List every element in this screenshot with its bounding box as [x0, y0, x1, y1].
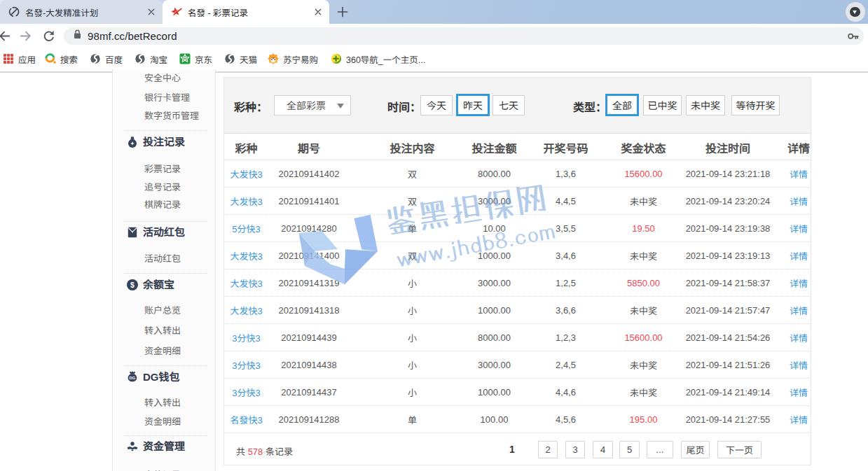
- sidebar-section-12[interactable]: 余额宝: [143, 277, 174, 293]
- detail-link[interactable]: 详情: [790, 331, 808, 344]
- lottery-select[interactable]: 全部彩票: [274, 95, 351, 115]
- type-filter-0[interactable]: 全部: [605, 94, 639, 116]
- key-icon[interactable]: [847, 30, 860, 45]
- detail-link[interactable]: 详情: [790, 222, 808, 235]
- bookmark-4[interactable]: 京东: [179, 50, 212, 68]
- sidebar-item-15[interactable]: 资金明细: [144, 344, 181, 358]
- sidebar-section-9[interactable]: 活动红包: [143, 225, 185, 240]
- globe-icon: [224, 53, 235, 64]
- table-row-2: 5分快320210914280单10.003,5,519.502021-09-1…: [224, 215, 811, 242]
- cell-7-6: 2021-09-14 21:51:26: [686, 360, 771, 370]
- svg-text:DG: DG: [130, 376, 136, 380]
- bookmark-2[interactable]: 百度: [90, 50, 123, 68]
- cell-0-2: 双: [408, 167, 417, 181]
- page-button-尾页[interactable]: 尾页: [681, 441, 710, 458]
- bookmark-3[interactable]: 淘宝: [135, 50, 167, 68]
- tab-plan[interactable]: 名發-大发精准计划: [0, 0, 163, 24]
- detail-link[interactable]: 详情: [790, 276, 808, 290]
- cell-7-0[interactable]: 3分快3: [232, 358, 260, 372]
- detail-link[interactable]: 详情: [790, 304, 808, 317]
- page-button-3[interactable]: 3: [565, 441, 585, 458]
- time-filter-0[interactable]: 今天: [420, 95, 453, 115]
- detail-link[interactable]: 详情: [790, 195, 808, 208]
- sidebar-item-0[interactable]: 安全中心: [144, 71, 181, 85]
- cell-9-0[interactable]: 名發快3: [230, 413, 262, 426]
- back-icon[interactable]: [0, 27, 13, 45]
- screen: 名發-大发精准计划 名發 - 彩票记录: [0, 0, 868, 471]
- table-header: 彩种期号投注内容投注金额开奖号码奖金状态投注时间详情: [224, 134, 811, 160]
- url-bar[interactable]: 98mf.cc/betRecord: [64, 27, 864, 45]
- page-button-...[interactable]: ...: [647, 441, 673, 458]
- sidebar-item-10[interactable]: 活动红包: [144, 252, 181, 266]
- detail-link[interactable]: 详情: [790, 413, 808, 426]
- cell-4-4: 1,2,5: [556, 278, 576, 288]
- sidebar-item-14[interactable]: 转入转出: [144, 324, 181, 338]
- tab-plan-title: 名發-大发精准计划: [25, 6, 146, 19]
- time-filter-2[interactable]: 七天: [492, 95, 525, 115]
- detail-link[interactable]: 详情: [790, 249, 808, 262]
- sidebar-item-6[interactable]: 追号记录: [144, 181, 181, 195]
- cell-2-2: 单: [408, 222, 417, 235]
- bookmark-5[interactable]: 天猫: [224, 50, 257, 68]
- bookmark-1[interactable]: 搜索: [45, 50, 78, 68]
- tab-records-title: 名發 - 彩票记录: [188, 6, 312, 19]
- new-tab-button[interactable]: [336, 5, 350, 19]
- cell-7-3: 3000.00: [478, 360, 511, 370]
- sidebar-section-17[interactable]: DG钱包: [143, 370, 180, 385]
- tab-records[interactable]: 名發 - 彩票记录: [163, 0, 329, 24]
- page-button-下一页[interactable]: 下一页: [717, 441, 762, 458]
- sidebar-item-5[interactable]: 彩票记录: [144, 162, 181, 176]
- type-filter-1[interactable]: 已中奖: [643, 95, 682, 115]
- sidebar: 安全中心银行卡管理数字货币管理投注记录彩票记录追号记录棋牌记录活动红包活动红包$…: [112, 69, 216, 471]
- forward-icon[interactable]: [17, 27, 34, 45]
- tab-plan-close-icon[interactable]: [146, 6, 157, 17]
- detail-link[interactable]: 详情: [790, 167, 808, 181]
- sidebar-item-2[interactable]: 数字货币管理: [144, 109, 199, 123]
- bookmark-0[interactable]: 应用: [3, 50, 36, 68]
- sidebar-section-21[interactable]: 资金管理: [143, 439, 185, 454]
- page-button-4[interactable]: 4: [593, 441, 613, 458]
- time-filter-1[interactable]: 昨天: [456, 94, 490, 116]
- type-filter-2[interactable]: 未中奖: [686, 95, 725, 115]
- tab-records-close-icon[interactable]: [312, 6, 324, 17]
- page-button-2[interactable]: 2: [538, 441, 558, 458]
- cell-2-0[interactable]: 5分快3: [232, 222, 260, 235]
- tab-search-button[interactable]: [846, 2, 865, 22]
- sidebar-item-13[interactable]: 账户总览: [144, 304, 181, 318]
- detail-link[interactable]: 详情: [790, 386, 808, 399]
- lock-icon[interactable]: [74, 29, 81, 42]
- bookmark-label: 360导航_一个主页...: [346, 52, 425, 66]
- bookmark-label: 应用: [18, 52, 36, 66]
- cell-5-0[interactable]: 大发快3: [230, 304, 262, 317]
- sidebar-item-22[interactable]: 充值记录: [144, 468, 181, 471]
- sidebar-section-4[interactable]: 投注记录: [143, 134, 185, 150]
- cell-6-0[interactable]: 3分快3: [232, 331, 260, 344]
- cell-8-6: 2021-09-14 21:49:14: [686, 387, 771, 398]
- cell-8-0[interactable]: 3分快3: [232, 386, 260, 399]
- globe-icon: [90, 53, 101, 64]
- bookmark-7[interactable]: 360导航_一个主页...: [331, 50, 425, 68]
- cell-0-0[interactable]: 大发快3: [230, 167, 262, 181]
- table-footer: 共 578 条记录 1 2345...尾页下一页: [224, 433, 811, 465]
- cell-6-5: 15600.00: [624, 332, 662, 343]
- browser-tabstrip: 名發-大发精准计划 名發 - 彩票记录: [0, 0, 868, 24]
- cell-3-0[interactable]: 大发快3: [230, 249, 262, 262]
- cell-4-0[interactable]: 大发快3: [230, 276, 262, 290]
- page-button-5[interactable]: 5: [619, 441, 640, 458]
- sidebar-item-18[interactable]: 转入转出: [144, 396, 181, 410]
- table-row-9: 名發快3202109141288单100.004,5,6195.002021-0…: [224, 406, 811, 433]
- cell-1-0[interactable]: 大发快3: [230, 195, 262, 208]
- svg-text:$: $: [130, 281, 135, 289]
- sidebar-item-19[interactable]: 资金明细: [144, 415, 181, 429]
- detail-link[interactable]: 详情: [790, 358, 808, 372]
- reload-icon[interactable]: [40, 27, 57, 45]
- lottery-filter-label: 彩种：: [234, 98, 268, 115]
- sidebar-item-1[interactable]: 银行卡管理: [144, 91, 190, 105]
- type-filter-3[interactable]: 等待开奖: [731, 95, 780, 115]
- cell-8-4: 4,4,6: [556, 387, 576, 398]
- cell-9-5: 195.00: [630, 414, 658, 425]
- bookmark-6[interactable]: 苏宁易购: [268, 50, 318, 68]
- caret-down-icon: [853, 10, 857, 14]
- sidebar-item-7[interactable]: 棋牌记录: [144, 198, 181, 212]
- cell-4-5: 5850.00: [627, 278, 660, 288]
